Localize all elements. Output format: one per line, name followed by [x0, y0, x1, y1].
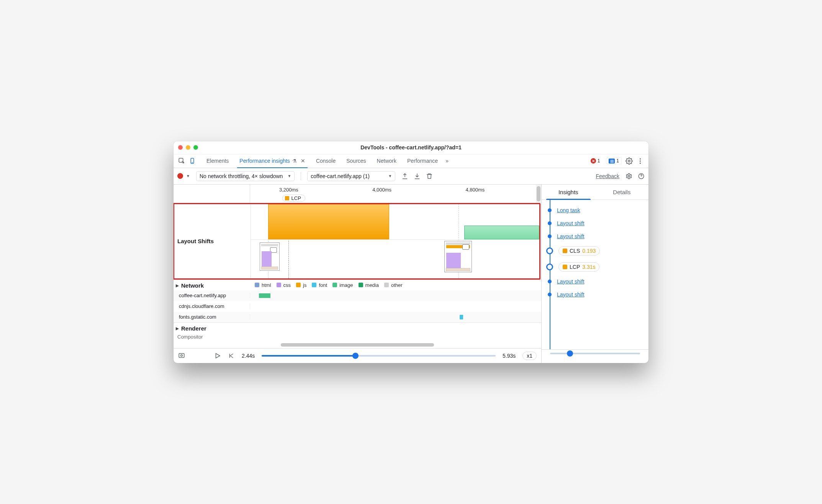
record-button[interactable]: ▼: [177, 173, 190, 179]
network-host-label: fonts.gstatic.com: [174, 314, 250, 320]
metric-pill[interactable]: LCP3.31s: [558, 262, 599, 272]
insight-link[interactable]: Long task: [557, 207, 580, 213]
layout-shifts-lane[interactable]: [251, 204, 539, 278]
timeline-node-icon: [548, 234, 552, 238]
zoom-slider[interactable]: [550, 353, 640, 354]
message-count-badge[interactable]: ▤1: [606, 157, 622, 164]
request-bar[interactable]: [259, 293, 270, 298]
insight-link[interactable]: Layout shift: [557, 291, 585, 298]
tab-console[interactable]: Console: [311, 154, 341, 168]
playback-speed-button[interactable]: x1: [522, 352, 537, 360]
insight-row[interactable]: LCP3.31s: [547, 259, 647, 275]
lcp-marker-icon: [285, 196, 289, 200]
device-toolbar-icon[interactable]: [189, 157, 196, 164]
network-row[interactable]: coffee-cart.netlify.app: [174, 290, 541, 301]
svg-marker-11: [216, 353, 220, 358]
insight-row[interactable]: CLS0.193: [547, 243, 647, 259]
tab-elements[interactable]: Elements: [201, 154, 234, 168]
renderer-section: ▶ Renderer Compositor: [174, 322, 541, 342]
network-row[interactable]: fonts.gstatic.com: [174, 312, 541, 322]
svg-point-5: [640, 160, 641, 161]
feedback-link[interactable]: Feedback: [596, 173, 619, 179]
insights-toolbar: ▼ No network throttling, 4× slowdown ▼ c…: [174, 168, 648, 185]
timeline-node-icon: [548, 280, 552, 283]
insight-row[interactable]: Long task: [547, 204, 647, 217]
layout-shifts-track-highlight: Layout Shifts: [174, 203, 540, 280]
error-count-badge[interactable]: ✕1: [588, 158, 603, 164]
recording-select[interactable]: coffee-cart.netlify.app (1) ▼: [307, 171, 395, 181]
insights-list[interactable]: Long taskLayout shiftLayout shiftCLS0.19…: [542, 200, 648, 349]
chevron-down-icon[interactable]: ▼: [186, 174, 190, 178]
tab-insights[interactable]: Insights: [542, 185, 595, 200]
tab-details[interactable]: Details: [595, 185, 649, 200]
request-bar[interactable]: [460, 315, 463, 319]
playback-bar: 2.44s 5.93s x1: [174, 348, 541, 363]
maximize-window-icon[interactable]: [193, 145, 198, 150]
more-tabs-icon[interactable]: »: [443, 158, 451, 164]
titlebar: DevTools - coffee-cart.netlify.app/?ad=1: [174, 141, 648, 154]
lcp-marker-badge[interactable]: LCP: [282, 195, 305, 202]
layout-shift-thumbnail[interactable]: [260, 242, 280, 271]
horizontal-scrollbar[interactable]: [174, 342, 541, 348]
insight-row[interactable]: Layout shift: [547, 230, 647, 243]
chevron-right-icon: ▶: [176, 326, 179, 331]
timeline-tick: 3,200ms: [279, 187, 298, 193]
metric-pill[interactable]: CLS0.193: [558, 246, 600, 255]
tab-sources[interactable]: Sources: [341, 154, 371, 168]
legend-item: font: [312, 282, 327, 288]
insight-link[interactable]: Layout shift: [557, 233, 585, 239]
vertical-scrollbar[interactable]: [536, 185, 541, 203]
network-legend: htmlcssjsfontimagemediaother: [255, 282, 541, 288]
tab-performance-insights[interactable]: Performance insights ⚗ ✕: [234, 154, 311, 168]
svg-point-10: [181, 355, 183, 357]
delete-icon[interactable]: [426, 173, 433, 180]
timeline-end-time: 5.93s: [503, 353, 516, 359]
window-controls: [178, 145, 198, 150]
insight-link[interactable]: Layout shift: [557, 220, 585, 226]
tab-network[interactable]: Network: [372, 154, 402, 168]
timeline-scrubber[interactable]: [262, 355, 496, 357]
legend-item: js: [296, 282, 306, 288]
network-row[interactable]: cdnjs.cloudflare.com: [174, 301, 541, 312]
flask-icon: ⚗: [292, 158, 297, 164]
panel-settings-icon[interactable]: [626, 173, 632, 180]
timeline-tick: 4,000ms: [372, 187, 391, 193]
import-icon[interactable]: [414, 173, 421, 180]
layout-shifts-label: Layout Shifts: [174, 204, 251, 278]
insight-row[interactable]: Layout shift: [547, 288, 647, 301]
chevron-right-icon: ▶: [176, 283, 179, 288]
insight-link[interactable]: Layout shift: [557, 278, 585, 285]
close-window-icon[interactable]: [178, 145, 183, 150]
close-tab-icon[interactable]: ✕: [301, 158, 305, 164]
zoom-bar: [542, 349, 648, 357]
throttling-select[interactable]: No network throttling, 4× slowdown ▼: [196, 171, 295, 181]
legend-item: image: [332, 282, 353, 288]
legend-item: css: [277, 282, 291, 288]
preview-toggle-icon[interactable]: [178, 352, 185, 359]
network-host-label: coffee-cart.netlify.app: [174, 293, 250, 298]
main-tab-bar: Elements Performance insights ⚗ ✕ Consol…: [174, 154, 648, 168]
insight-row[interactable]: Layout shift: [547, 275, 647, 288]
timeline-start-time: 2.44s: [242, 353, 255, 359]
timeline-node-icon: [548, 293, 552, 296]
settings-icon[interactable]: [626, 157, 633, 165]
help-icon[interactable]: [638, 173, 645, 180]
minimize-window-icon[interactable]: [186, 145, 190, 150]
record-icon: [177, 173, 183, 179]
layout-shift-thumbnail[interactable]: [444, 241, 472, 272]
svg-rect-9: [179, 353, 184, 358]
export-icon[interactable]: [401, 173, 408, 180]
svg-point-4: [640, 158, 641, 159]
inspect-element-icon[interactable]: [178, 157, 185, 164]
network-host-label: cdnjs.cloudflare.com: [174, 303, 250, 309]
timeline-node-icon: [548, 221, 552, 225]
renderer-section-toggle[interactable]: ▶ Renderer: [174, 323, 541, 333]
play-icon[interactable]: [214, 352, 221, 359]
insight-row[interactable]: Layout shift: [547, 217, 647, 230]
rewind-icon[interactable]: [228, 352, 235, 359]
timeline-node-icon: [546, 247, 553, 254]
overflow-menu-icon[interactable]: [637, 157, 644, 165]
svg-point-3: [628, 160, 630, 162]
tab-performance[interactable]: Performance: [402, 154, 443, 168]
timeline-ruler[interactable]: LCP 3,200ms4,000ms4,800ms: [174, 185, 541, 203]
